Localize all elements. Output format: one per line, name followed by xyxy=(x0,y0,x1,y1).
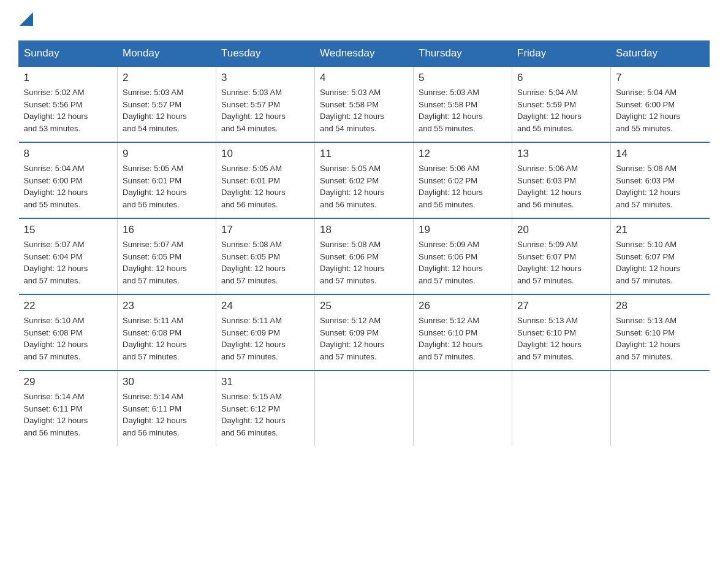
day-number: 9 xyxy=(123,148,211,160)
day-cell: 24Sunrise: 5:11 AMSunset: 6:09 PMDayligh… xyxy=(216,294,315,370)
day-number: 23 xyxy=(123,300,211,312)
day-info: Sunrise: 5:04 AMSunset: 6:00 PMDaylight:… xyxy=(616,86,705,134)
day-cell: 16Sunrise: 5:07 AMSunset: 6:05 PMDayligh… xyxy=(118,218,216,294)
day-info: Sunrise: 5:05 AMSunset: 6:01 PMDaylight:… xyxy=(221,163,309,210)
day-number: 21 xyxy=(616,224,705,236)
day-number: 16 xyxy=(123,224,211,236)
day-info: Sunrise: 5:06 AMSunset: 6:02 PMDaylight:… xyxy=(419,163,507,210)
week-row-4: 22Sunrise: 5:10 AMSunset: 6:08 PMDayligh… xyxy=(19,294,710,370)
day-info: Sunrise: 5:04 AMSunset: 6:00 PMDaylight:… xyxy=(24,163,113,210)
day-number: 28 xyxy=(616,300,705,312)
day-info: Sunrise: 5:11 AMSunset: 6:08 PMDaylight:… xyxy=(123,315,211,362)
day-number: 17 xyxy=(221,224,309,236)
day-number: 1 xyxy=(24,72,113,84)
week-row-2: 8Sunrise: 5:04 AMSunset: 6:00 PMDaylight… xyxy=(19,142,710,218)
day-cell: 17Sunrise: 5:08 AMSunset: 6:05 PMDayligh… xyxy=(216,218,315,294)
day-cell: 8Sunrise: 5:04 AMSunset: 6:00 PMDaylight… xyxy=(19,142,118,218)
page-header xyxy=(18,12,710,28)
day-cell: 23Sunrise: 5:11 AMSunset: 6:08 PMDayligh… xyxy=(118,294,216,370)
day-info: Sunrise: 5:03 AMSunset: 5:58 PMDaylight:… xyxy=(320,86,408,134)
header-sunday: Sunday xyxy=(19,41,118,67)
day-info: Sunrise: 5:14 AMSunset: 6:11 PMDaylight:… xyxy=(123,391,211,439)
day-cell: 4Sunrise: 5:03 AMSunset: 5:58 PMDaylight… xyxy=(315,66,414,142)
day-info: Sunrise: 5:02 AMSunset: 5:56 PMDaylight:… xyxy=(24,86,113,134)
day-cell: 20Sunrise: 5:09 AMSunset: 6:07 PMDayligh… xyxy=(512,218,611,294)
day-number: 25 xyxy=(320,300,408,312)
day-number: 7 xyxy=(616,72,705,84)
header-thursday: Thursday xyxy=(414,41,512,67)
week-row-5: 29Sunrise: 5:14 AMSunset: 6:11 PMDayligh… xyxy=(19,370,710,446)
day-cell: 10Sunrise: 5:05 AMSunset: 6:01 PMDayligh… xyxy=(216,142,315,218)
day-number: 19 xyxy=(419,224,507,236)
day-number: 10 xyxy=(221,148,309,160)
header-wednesday: Wednesday xyxy=(315,41,414,67)
day-cell: 6Sunrise: 5:04 AMSunset: 5:59 PMDaylight… xyxy=(512,66,611,142)
day-cell: 13Sunrise: 5:06 AMSunset: 6:03 PMDayligh… xyxy=(512,142,611,218)
day-info: Sunrise: 5:13 AMSunset: 6:10 PMDaylight:… xyxy=(616,315,705,362)
day-cell: 2Sunrise: 5:03 AMSunset: 5:57 PMDaylight… xyxy=(118,66,216,142)
day-number: 18 xyxy=(320,224,408,236)
day-cell: 7Sunrise: 5:04 AMSunset: 6:00 PMDaylight… xyxy=(611,66,710,142)
day-number: 15 xyxy=(24,224,113,236)
header-tuesday: Tuesday xyxy=(216,41,315,67)
day-number: 11 xyxy=(320,148,408,160)
svg-marker-0 xyxy=(20,12,33,26)
day-cell: 26Sunrise: 5:12 AMSunset: 6:10 PMDayligh… xyxy=(414,294,512,370)
day-cell: 15Sunrise: 5:07 AMSunset: 6:04 PMDayligh… xyxy=(19,218,118,294)
day-info: Sunrise: 5:08 AMSunset: 6:06 PMDaylight:… xyxy=(320,239,408,286)
day-info: Sunrise: 5:12 AMSunset: 6:09 PMDaylight:… xyxy=(320,315,408,362)
day-cell: 21Sunrise: 5:10 AMSunset: 6:07 PMDayligh… xyxy=(611,218,710,294)
day-cell: 27Sunrise: 5:13 AMSunset: 6:10 PMDayligh… xyxy=(512,294,611,370)
header-saturday: Saturday xyxy=(611,41,710,67)
day-cell: 5Sunrise: 5:03 AMSunset: 5:58 PMDaylight… xyxy=(414,66,512,142)
day-number: 2 xyxy=(123,72,211,84)
day-cell xyxy=(414,370,512,446)
day-info: Sunrise: 5:07 AMSunset: 6:04 PMDaylight:… xyxy=(24,239,113,286)
day-info: Sunrise: 5:09 AMSunset: 6:06 PMDaylight:… xyxy=(419,239,507,286)
week-row-1: 1Sunrise: 5:02 AMSunset: 5:56 PMDaylight… xyxy=(19,66,710,142)
day-number: 26 xyxy=(419,300,507,312)
day-number: 27 xyxy=(517,300,605,312)
day-cell: 19Sunrise: 5:09 AMSunset: 6:06 PMDayligh… xyxy=(414,218,512,294)
day-info: Sunrise: 5:05 AMSunset: 6:01 PMDaylight:… xyxy=(123,163,211,210)
day-number: 14 xyxy=(616,148,705,160)
day-info: Sunrise: 5:10 AMSunset: 6:07 PMDaylight:… xyxy=(616,239,705,286)
day-cell: 3Sunrise: 5:03 AMSunset: 5:57 PMDaylight… xyxy=(216,66,315,142)
day-number: 24 xyxy=(221,300,309,312)
day-number: 3 xyxy=(221,72,309,84)
day-info: Sunrise: 5:10 AMSunset: 6:08 PMDaylight:… xyxy=(24,315,113,362)
day-info: Sunrise: 5:15 AMSunset: 6:12 PMDaylight:… xyxy=(221,391,309,439)
calendar-table: SundayMondayTuesdayWednesdayThursdayFrid… xyxy=(18,40,710,446)
day-cell: 14Sunrise: 5:06 AMSunset: 6:03 PMDayligh… xyxy=(611,142,710,218)
day-cell xyxy=(611,370,710,446)
day-cell: 30Sunrise: 5:14 AMSunset: 6:11 PMDayligh… xyxy=(118,370,216,446)
day-info: Sunrise: 5:03 AMSunset: 5:57 PMDaylight:… xyxy=(221,86,309,134)
day-info: Sunrise: 5:03 AMSunset: 5:57 PMDaylight:… xyxy=(123,86,211,134)
day-cell: 28Sunrise: 5:13 AMSunset: 6:10 PMDayligh… xyxy=(611,294,710,370)
day-cell: 18Sunrise: 5:08 AMSunset: 6:06 PMDayligh… xyxy=(315,218,414,294)
day-info: Sunrise: 5:12 AMSunset: 6:10 PMDaylight:… xyxy=(419,315,507,362)
day-number: 5 xyxy=(419,72,507,84)
day-info: Sunrise: 5:14 AMSunset: 6:11 PMDaylight:… xyxy=(24,391,113,439)
day-number: 22 xyxy=(24,300,113,312)
day-info: Sunrise: 5:03 AMSunset: 5:58 PMDaylight:… xyxy=(419,86,507,134)
day-info: Sunrise: 5:04 AMSunset: 5:59 PMDaylight:… xyxy=(517,86,605,134)
day-number: 31 xyxy=(221,376,309,388)
day-cell xyxy=(315,370,414,446)
day-number: 30 xyxy=(123,376,211,388)
header-monday: Monday xyxy=(118,41,216,67)
day-number: 13 xyxy=(517,148,605,160)
day-number: 20 xyxy=(517,224,605,236)
day-info: Sunrise: 5:08 AMSunset: 6:05 PMDaylight:… xyxy=(221,239,309,286)
day-info: Sunrise: 5:07 AMSunset: 6:05 PMDaylight:… xyxy=(123,239,211,286)
logo-triangle-icon xyxy=(20,12,33,26)
day-number: 4 xyxy=(320,72,408,84)
day-number: 29 xyxy=(24,376,113,388)
day-info: Sunrise: 5:06 AMSunset: 6:03 PMDaylight:… xyxy=(616,163,705,210)
day-cell: 22Sunrise: 5:10 AMSunset: 6:08 PMDayligh… xyxy=(19,294,118,370)
day-cell: 12Sunrise: 5:06 AMSunset: 6:02 PMDayligh… xyxy=(414,142,512,218)
day-cell: 11Sunrise: 5:05 AMSunset: 6:02 PMDayligh… xyxy=(315,142,414,218)
day-info: Sunrise: 5:05 AMSunset: 6:02 PMDaylight:… xyxy=(320,163,408,210)
day-cell: 9Sunrise: 5:05 AMSunset: 6:01 PMDaylight… xyxy=(118,142,216,218)
day-number: 8 xyxy=(24,148,113,160)
